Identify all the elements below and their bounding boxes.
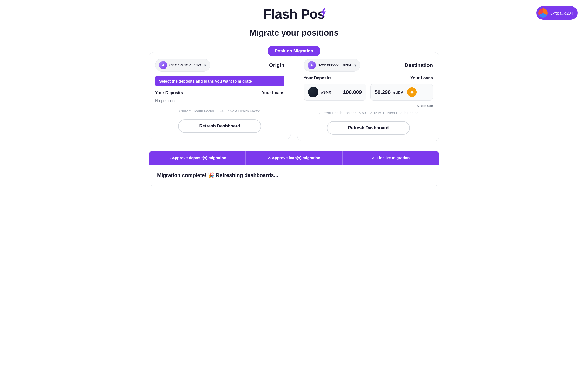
loan-amount: 50.298: [375, 89, 391, 95]
logo: Flash Pos: [263, 6, 325, 22]
destination-positions-header: Your Deposits Your Loans: [304, 76, 433, 80]
step-3[interactable]: 3. Finalize migration: [343, 151, 439, 165]
origin-refresh-button[interactable]: Refresh Dashboard: [178, 119, 261, 133]
destination-wallet-selector[interactable]: A 0xfdefd0b551...d284 ▾: [304, 59, 360, 72]
destination-chevron-icon: ▾: [354, 63, 356, 68]
origin-role-label: Origin: [269, 62, 284, 68]
wallet-address: 0xfdef...d284: [550, 11, 573, 15]
destination-role-label: Destination: [405, 62, 433, 68]
origin-no-positions: No positions: [155, 98, 284, 103]
destination-card-header: A 0xfdefd0b551...d284 ▾ Destination: [304, 59, 433, 72]
svg-text:◈: ◈: [410, 90, 414, 94]
page-title: Migrate your positions: [149, 28, 439, 38]
logo-text: Flash Pos: [263, 6, 325, 22]
origin-card-header: A 0x3f35a01f3c...91cf ▾ Origin: [155, 59, 284, 72]
origin-health-factor: Current Health Factor : _ -> _ : Next He…: [155, 109, 284, 113]
loan-token-name: sdDAI: [393, 90, 404, 94]
header: Flash Pos 0xfdef...d284: [0, 0, 588, 28]
steps-bar: 1. Approve deposit(s) migration 2. Appro…: [149, 151, 439, 165]
wallet-avatar: [538, 8, 548, 18]
destination-refresh-button[interactable]: Refresh Dashboard: [327, 121, 410, 135]
destination-card: A 0xfdefd0b551...d284 ▾ Destination Your…: [297, 52, 439, 141]
dai-icon: ◈: [407, 87, 417, 97]
destination-health-factor: Current Health Factor : 15.591 -> 15.591…: [304, 111, 433, 115]
asnx-icon: ✕: [308, 87, 318, 97]
step-2[interactable]: 2. Approve loan(s) migration: [246, 151, 343, 165]
origin-loans-label: Your Loans: [262, 91, 284, 95]
lightning-icon: [319, 8, 327, 18]
destination-positions-row: ✕ aSNX 100.009 50.298 sdDAI ◈: [304, 84, 433, 101]
svg-text:✕: ✕: [311, 90, 315, 95]
step-1[interactable]: 1. Approve deposit(s) migration: [149, 151, 246, 165]
origin-chevron-icon: ▾: [204, 63, 206, 68]
asnx-token-name: aSNX: [321, 90, 331, 94]
origin-card: A 0x3f35a01f3c...91cf ▾ Origin Select th…: [149, 52, 291, 139]
migration-status: Migration complete! 🎉 Refreshing dashboa…: [149, 165, 439, 186]
destination-wallet-address: 0xfdefd0b551...d284: [318, 63, 351, 67]
migration-label-wrapper: Position Migration: [149, 46, 439, 56]
origin-positions-header: Your Deposits Your Loans: [155, 91, 284, 95]
origin-wallet-selector[interactable]: A 0x3f35a01f3c...91cf ▾: [155, 59, 210, 72]
loan-box: 50.298 sdDAI ◈: [370, 84, 433, 101]
steps-container: 1. Approve deposit(s) migration 2. Appro…: [149, 151, 439, 186]
destination-deposits-label: Your Deposits: [304, 76, 331, 80]
asnx-amount: 100.009: [343, 89, 362, 95]
migration-label: Position Migration: [268, 46, 320, 56]
origin-selection-bar: Select the deposits and loans you want t…: [155, 76, 284, 86]
stable-rate: Stable rate: [304, 104, 433, 108]
wallet-button[interactable]: 0xfdef...d284: [536, 6, 578, 20]
destination-loans-label: Your Loans: [410, 76, 433, 80]
origin-wallet-address: 0x3f35a01f3c...91cf: [169, 63, 201, 67]
origin-deposits-label: Your Deposits: [155, 91, 183, 95]
destination-avatar: A: [308, 61, 316, 69]
deposit-box: ✕ aSNX 100.009: [304, 84, 366, 101]
cards-container: A 0x3f35a01f3c...91cf ▾ Origin Select th…: [149, 52, 439, 141]
svg-point-0: [308, 87, 318, 97]
origin-avatar: A: [159, 61, 167, 69]
